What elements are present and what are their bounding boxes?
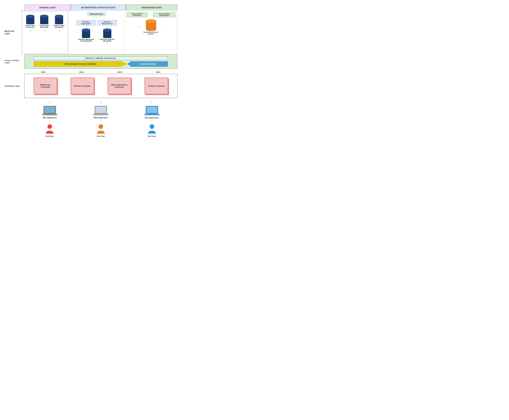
mobile-app-controller: Mobile App Controller (34, 78, 57, 94)
svg-point-10 (55, 22, 63, 24)
db-label: Original Data(Cassandra) (25, 25, 35, 28)
svg-rect-37 (149, 114, 155, 114)
header-deidentified: DE-IDENTIFIED STATISTICS DATA (71, 5, 126, 10)
svg-point-28 (47, 124, 52, 129)
user-column-2: ↑ Web Application ↑ End User (93, 100, 108, 137)
db-original-mongodb: Original Data(MongoDB) (40, 15, 49, 28)
portals-controller: Portals Controller (71, 78, 94, 94)
db-reference-mongodb: Reference Data(MongoDB) (53, 15, 65, 28)
svg-rect-25 (44, 107, 55, 113)
svg-rect-27 (47, 114, 53, 114)
deidentification-process: Deidentification (87, 12, 106, 16)
user-column-1: ↑ Web Application ↑ End User (42, 100, 57, 137)
svg-point-11 (55, 15, 63, 18)
db-label: Reference Data(MongoDB) (53, 25, 65, 28)
analysis-services: Analysis Services (145, 78, 168, 94)
rbac-indicator-1: ↕ RBAC (30, 69, 57, 73)
secured-views: SECURED VIEWS (128, 61, 168, 67)
svg-point-15 (82, 29, 90, 32)
user-label-2: End User (97, 135, 105, 137)
app-label-2: Web Application (94, 117, 108, 119)
db-label: Original Data(MongoDB) (40, 25, 49, 28)
rbac-arrow: ROLE-BASED ACCESS CONTROL (34, 61, 128, 67)
deidentified-section: Deidentification ↓ Periodic Aggregation … (69, 11, 125, 54)
user-label-3: End User (148, 135, 156, 137)
backend-content: Original Data(Cassandra) Original Data(M… (21, 10, 177, 54)
periodic-aggregation-process: Periodic Aggregation (76, 20, 96, 25)
header-original: ORIGINAL DATA (24, 5, 71, 10)
controller-row: Controller Layer Mobile App Controller P… (5, 74, 177, 98)
svg-rect-35 (146, 107, 157, 113)
rbac-indicator-2: ↕ RBAC (68, 69, 95, 73)
svg-point-6 (40, 22, 48, 24)
user-label-1: End User (46, 135, 54, 137)
original-data-section: Original Data(Cassandra) Original Data(M… (22, 11, 69, 54)
statistics-measurement-process: Statistics Measurement (97, 20, 117, 25)
access-control-row: Access Control Layer PRIVACY-AWARE PROTO… (5, 54, 177, 69)
backend-label: Back-end Layer (5, 10, 21, 54)
svg-point-18 (103, 36, 111, 38)
anonymisation-preparation: Anonymisation Preparation (126, 12, 148, 17)
svg-point-19 (103, 29, 111, 32)
db-deidentified-analytics: Deidentified Data for Analytics (142, 31, 160, 35)
svg-point-2 (26, 22, 34, 24)
svg-point-3 (26, 15, 34, 18)
svg-point-7 (40, 15, 48, 18)
db-original-cassandra: Original Data(Cassandra) (25, 15, 35, 28)
anonymisation-preliminaries: Anonymisation Preliminaries (153, 12, 175, 17)
controller-content: Mobile App Controller Portals Controller… (24, 74, 177, 98)
web-applications-controller: Web Applications Controller (108, 78, 131, 94)
anonymised-section: Anonymisation Preparation → Anonymisatio… (125, 11, 177, 54)
bottom-section: ↑ Web Application ↑ End User (24, 100, 177, 137)
app-label-3: Web Application (145, 117, 159, 119)
db-label: Individual Aggregated Data (MongoDB) (77, 38, 95, 42)
svg-point-38 (150, 124, 154, 129)
rbac-indicator-3: ↕ RBAC (106, 69, 134, 73)
svg-point-23 (146, 19, 156, 23)
svg-point-22 (146, 27, 156, 31)
access-label: Access Control Layer (5, 54, 24, 69)
backend-row: Back-end Layer (5, 10, 177, 54)
rbac-indicator-4: ↕ RBAC (145, 69, 172, 73)
svg-point-33 (99, 124, 103, 129)
db-label: Population Statistics (MongoDB) (98, 38, 116, 42)
svg-rect-32 (98, 114, 104, 114)
controller-label: Controller Layer (5, 74, 24, 98)
header-row: ORIGINAL DATA DE-IDENTIFIED STATISTICS D… (24, 5, 177, 10)
svg-point-14 (82, 36, 90, 38)
access-content: PRIVACY-AWARE PROTOCOL ROLE-BASED ACCESS… (24, 54, 177, 69)
privacy-protocol: PRIVACY-AWARE PROTOCOL (34, 56, 168, 60)
header-anonymised: ANONYMISED DATA (126, 5, 177, 10)
user-column-3: ↑ Web Application ↑ End User (144, 100, 160, 137)
app-label-1: Web Application (43, 117, 57, 119)
svg-rect-30 (95, 107, 106, 113)
diagram-wrapper: ORIGINAL DATA DE-IDENTIFIED STATISTICS D… (3, 3, 179, 139)
rbac-arrows-row: ↕ RBAC ↕ RBAC ↕ RBAC ↕ RBAC (24, 69, 177, 73)
